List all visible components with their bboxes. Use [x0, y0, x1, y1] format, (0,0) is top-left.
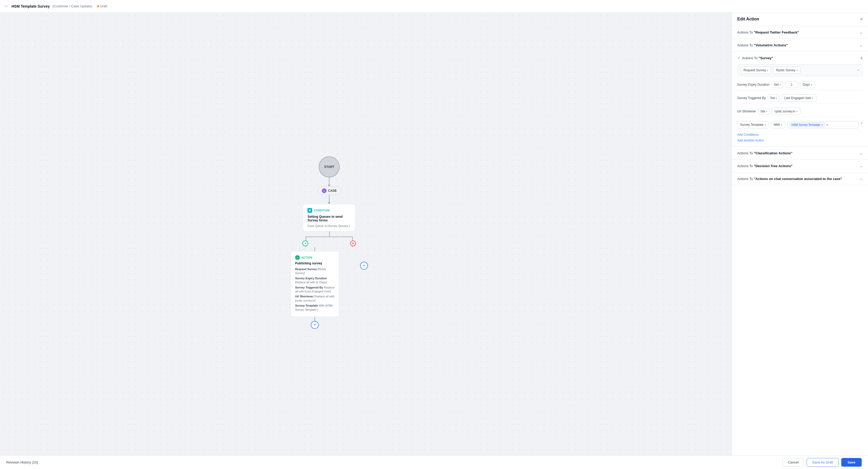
- chevron-down-icon: ⌄: [860, 151, 863, 155]
- expiry-set-select[interactable]: Set ▾: [772, 81, 783, 88]
- yes-branch: + ACTION Publishing survey Request Surve…: [291, 247, 339, 329]
- triggered-row: Survey Triggered By Set ▾ Last Engaged U…: [737, 93, 863, 103]
- accordion-volumetric-header[interactable]: Actions To "Volumetric Actions" ⌄: [732, 39, 868, 51]
- triggered-set-select[interactable]: Set ▾: [768, 95, 779, 101]
- page-subtitle: (Customer / Case Update): [53, 4, 92, 8]
- no-branch: +: [360, 251, 368, 270]
- status-badge: Draft: [97, 4, 107, 8]
- with-select[interactable]: With ▾: [771, 121, 785, 128]
- unit-chevron-icon: ▾: [811, 83, 812, 86]
- value-chevron-icon: ▾: [797, 69, 798, 72]
- condition-header: CONDITION: [307, 208, 351, 213]
- accordion-twitter-header[interactable]: Actions To "Request Twitter Feedback" ⌄: [732, 26, 868, 38]
- chevron-down-icon: ⌄: [860, 30, 863, 34]
- accordion-survey-header-left: ✓ Actions To "Survey": [737, 56, 773, 60]
- template-row-delete[interactable]: ×: [861, 121, 863, 125]
- condition-detail: Case Queue Is [Survey Queues ]: [307, 224, 351, 227]
- expiry-label: Survey Expiry Duration: [737, 83, 770, 87]
- template-label-select[interactable]: Survey Template ▾: [737, 121, 769, 128]
- top-bar: ← HSM Template Survey (Customer / Case U…: [0, 0, 868, 12]
- action-node[interactable]: + ACTION Publishing survey Request Surve…: [291, 251, 339, 317]
- url-value-label: rystic.survey.in: [774, 110, 795, 113]
- accordion-volumetric: Actions To "Volumetric Actions" ⌄: [732, 39, 868, 52]
- yes-branch-circle: Y: [303, 241, 308, 246]
- flow-container: START C CASE: [287, 156, 371, 329]
- add-button-yes[interactable]: +: [311, 321, 319, 329]
- bottom-actions: Cancel Save As Draft Save: [782, 458, 862, 467]
- accordion-decision: Actions To "Decision Tree Actions" ⌄: [732, 160, 868, 173]
- branch-area: Y N: [287, 231, 371, 247]
- expiry-set-label: Set: [774, 83, 779, 87]
- triggered-left: Survey Triggered By Set ▾ Last Engaged U…: [737, 94, 863, 102]
- branches: + ACTION Publishing survey Request Surve…: [291, 247, 368, 329]
- template-left: Survey Template ▾ With ▾ HSM Survey Temp…: [737, 121, 859, 128]
- request-survey-fields: Request Survey ▾ Rystic Survey ▾: [741, 67, 801, 74]
- template-tag-remove[interactable]: ×: [821, 123, 823, 126]
- expiry-set-chevron: ▾: [779, 83, 781, 86]
- case-label: CASE: [328, 189, 337, 193]
- expiry-unit-label: Days: [803, 83, 810, 87]
- action-item-expiry: Survey Expiry DurationReplace all with […: [295, 276, 335, 285]
- accordion-classification-header[interactable]: Actions To "Classification Actions" ⌄: [732, 147, 868, 159]
- accordion-survey: ✓ Actions To "Survey" ∧ Request Survey: [732, 52, 868, 147]
- with-label: With: [774, 123, 780, 127]
- triggered-value-select[interactable]: Last Engaged User ▾: [781, 94, 817, 102]
- template-label: Survey Template: [740, 123, 764, 127]
- condition-title: Setting Queues to send Survey forms: [307, 215, 351, 222]
- back-button[interactable]: ←: [4, 3, 9, 9]
- expiry-row: Survey Expiry Duration Set ▾ Days ▾: [737, 80, 863, 90]
- accordion-decision-title: Actions To "Decision Tree Actions": [737, 164, 793, 168]
- action-header: + ACTION: [295, 255, 335, 260]
- url-set-chevron: ▾: [766, 110, 767, 113]
- expiry-unit-select[interactable]: Days ▾: [800, 81, 815, 88]
- canvas-area[interactable]: START C CASE: [0, 12, 732, 456]
- template-row: Survey Template ▾ With ▾ HSM Survey Temp…: [737, 120, 863, 130]
- triggered-set-label: Set: [770, 96, 775, 100]
- request-survey-value-select[interactable]: Rystic Survey ▾: [773, 67, 800, 74]
- add-button-no[interactable]: +: [360, 262, 368, 270]
- accordion-decision-header[interactable]: Actions To "Decision Tree Actions" ⌄: [732, 160, 868, 172]
- page-title: HSM Template Survey: [11, 4, 50, 8]
- expiry-number-input[interactable]: [785, 81, 798, 88]
- action-item-template: Survey Template With [HSM Survey Templat…: [295, 304, 335, 312]
- request-survey-type-select[interactable]: Request Survey ▾: [741, 67, 771, 74]
- start-label: START: [324, 165, 334, 169]
- url-set-select[interactable]: Set ▾: [758, 108, 770, 115]
- accordion-survey-header[interactable]: ✓ Actions To "Survey" ∧: [732, 52, 868, 64]
- status-label: Draft: [100, 4, 107, 8]
- url-row: Url Shortener Set ▾ rystic.survey.in ▾: [737, 106, 863, 117]
- url-value-select[interactable]: rystic.survey.in ▾: [772, 108, 800, 115]
- expiry-value-inline: Days ▾: [785, 81, 815, 88]
- template-label-chevron: ▾: [765, 123, 766, 126]
- action-icon: +: [295, 255, 300, 260]
- triggered-value-chevron: ▾: [812, 97, 813, 100]
- save-draft-button[interactable]: Save As Draft: [807, 458, 838, 467]
- accordion-chat-header[interactable]: Actions To "Actions on chat conversation…: [732, 173, 868, 185]
- case-node: C CASE: [318, 187, 341, 195]
- status-dot: [97, 5, 99, 7]
- condition-label: CONDITION: [314, 209, 330, 212]
- arrow-case-condition: [328, 195, 331, 204]
- panel-body[interactable]: Actions To "Request Twitter Feedback" ⌄ …: [732, 26, 868, 456]
- chevron-down-icon: ⌄: [860, 164, 863, 168]
- triggered-label: Survey Triggered By: [737, 96, 766, 100]
- main-content: START C CASE: [0, 12, 868, 456]
- expiry-left: Survey Expiry Duration Set ▾ Days ▾: [737, 81, 863, 88]
- arrow-start-case: [328, 177, 331, 187]
- case-icon: C: [322, 188, 327, 193]
- request-survey-delete[interactable]: ×: [857, 68, 859, 72]
- accordion-classification: Actions To "Classification Actions" ⌄: [732, 147, 868, 160]
- revision-history[interactable]: Revision History (10): [6, 460, 38, 464]
- accordion-chat: Actions To "Actions on chat conversation…: [732, 173, 868, 185]
- add-action-link[interactable]: Add another Action: [737, 138, 863, 142]
- close-button[interactable]: ×: [860, 17, 863, 22]
- save-button[interactable]: Save: [841, 458, 862, 467]
- chevron-down-icon: ⌄: [860, 177, 863, 181]
- condition-node[interactable]: CONDITION Setting Queues to send Survey …: [303, 204, 355, 231]
- accordion-survey-title: Actions To "Survey": [742, 56, 773, 60]
- url-value-chevron: ▾: [796, 110, 798, 113]
- cancel-button[interactable]: Cancel: [782, 458, 804, 467]
- add-conditions-link[interactable]: Add Conditions: [737, 133, 863, 136]
- template-tag-container: HSM Survey Template × ▾: [787, 121, 859, 128]
- chevron-up-icon: ∧: [860, 56, 863, 60]
